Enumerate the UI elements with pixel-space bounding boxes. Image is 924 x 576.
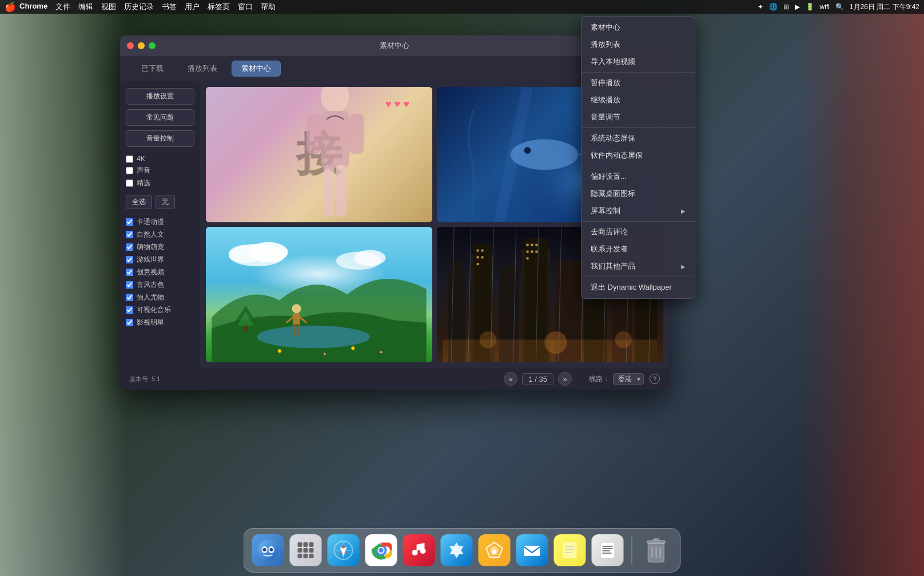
tab-downloaded[interactable]: 已下载 <box>132 61 173 77</box>
cat-game-cb[interactable] <box>126 256 133 263</box>
menubar-icon-play[interactable]: ▶ <box>795 3 800 11</box>
menubar-view[interactable]: 视图 <box>101 2 116 12</box>
dock-icon-finder[interactable] <box>252 534 284 566</box>
select-all-btn[interactable]: 全选 <box>126 195 152 209</box>
cat-creative[interactable]: 创意视频 <box>126 267 194 277</box>
tab-playlist[interactable]: 播放列表 <box>178 61 227 77</box>
cat-music-cb[interactable] <box>126 306 133 314</box>
window-maximize-btn[interactable] <box>149 42 156 49</box>
dock-icon-music[interactable] <box>403 534 435 566</box>
menu-item-software-screensaver[interactable]: 软件内动态屏保 <box>582 147 695 164</box>
select-none-btn[interactable]: 无 <box>156 195 175 209</box>
menu-item-contact-dev[interactable]: 联系开发者 <box>582 241 695 258</box>
tab-material-center[interactable]: 素材中心 <box>232 61 281 77</box>
apple-menu[interactable]: 🍎 <box>5 2 16 13</box>
filter-sound-checkbox[interactable] <box>126 167 133 174</box>
window-minimize-btn[interactable] <box>138 42 145 49</box>
menubar-edit[interactable]: 编辑 <box>78 2 93 12</box>
menu-item-pause[interactable]: 暂停播放 <box>582 74 695 91</box>
svg-rect-79 <box>304 542 308 547</box>
svg-point-98 <box>420 548 426 554</box>
cat-game[interactable]: 游戏世界 <box>126 255 194 265</box>
cat-nature-cb[interactable] <box>126 231 133 238</box>
route-select-wrapper: 香港 台湾 大陆 ▼ <box>613 373 644 385</box>
sidebar-faq[interactable]: 常见问题 <box>126 109 194 126</box>
menubar-icon-battery[interactable]: 🔋 <box>806 3 814 11</box>
menubar-icon-globe[interactable]: 🌐 <box>769 3 778 11</box>
menu-item-screen-control[interactable]: 屏幕控制 ▶ <box>582 202 695 219</box>
menu-item-store-review[interactable]: 去商店评论 <box>582 223 695 241</box>
menubar-history[interactable]: 历史记录 <box>124 2 154 12</box>
menubar-tabs[interactable]: 标签页 <box>208 2 230 12</box>
menu-item-resume[interactable]: 继续播放 <box>582 91 695 109</box>
chrome-icon <box>371 539 392 561</box>
prev-page-btn[interactable]: « <box>504 372 517 386</box>
filter-4k-checkbox[interactable] <box>126 155 133 163</box>
cat-ancient-cb[interactable] <box>126 281 133 289</box>
menu-item-import-video[interactable]: 导入本地视频 <box>582 53 695 70</box>
content-item-3[interactable] <box>206 227 432 362</box>
sidebar-volume-control[interactable]: 音量控制 <box>126 130 194 147</box>
dock-icon-launchpad[interactable] <box>290 534 322 566</box>
cat-celebrity-cb[interactable] <box>126 319 133 326</box>
filter-featured-checkbox[interactable] <box>126 179 133 187</box>
menubar-users[interactable]: 用户 <box>185 2 200 12</box>
menubar-window[interactable]: 窗口 <box>238 2 253 12</box>
svg-point-26 <box>324 353 326 355</box>
cat-celebrity[interactable]: 影视明星 <box>126 318 194 327</box>
help-button[interactable]: ? <box>650 374 660 384</box>
menu-item-preferences[interactable]: 偏好设置... <box>582 168 695 185</box>
sidebar-playback-settings[interactable]: 播放设置 <box>126 88 194 105</box>
menu-label-preferences: 偏好设置... <box>591 171 627 182</box>
menu-item-other-products[interactable]: 我们其他产品 ▶ <box>582 258 695 275</box>
filter-sound-row[interactable]: 声音 <box>126 166 194 175</box>
svg-rect-40 <box>477 250 479 252</box>
launchpad-icon <box>296 540 316 561</box>
dock-icon-sketch[interactable] <box>479 534 511 566</box>
dock-icon-chrome[interactable] <box>365 534 397 566</box>
svg-point-70 <box>480 331 497 349</box>
dock <box>244 528 681 573</box>
menubar-icon-star[interactable]: ✦ <box>758 3 763 11</box>
cat-cartoon[interactable]: 卡通动漫 <box>126 217 194 227</box>
next-page-btn[interactable]: » <box>558 372 572 386</box>
cat-cartoon-cb[interactable] <box>126 218 133 226</box>
dock-icon-appstore[interactable] <box>441 534 473 566</box>
cat-cute-cb[interactable] <box>126 243 133 251</box>
window-close-btn[interactable] <box>127 42 134 49</box>
cat-music[interactable]: 可视化音乐 <box>126 305 194 315</box>
menu-item-system-screensaver[interactable]: 系统动态屏保 <box>582 130 695 147</box>
menu-item-playlist[interactable]: 播放列表 <box>582 36 695 53</box>
menubar-bookmarks[interactable]: 书签 <box>162 2 177 12</box>
cat-people[interactable]: 怡人尤物 <box>126 293 194 302</box>
dock-icon-trash[interactable] <box>640 534 672 566</box>
svg-rect-85 <box>304 554 308 558</box>
filter-featured-row[interactable]: 精选 <box>126 178 194 188</box>
cat-cute[interactable]: 萌物萌宠 <box>126 242 194 252</box>
menubar-icon-wifi[interactable]: wifi <box>820 3 830 11</box>
menu-item-volume[interactable]: 音量调节 <box>582 109 695 126</box>
dock-icon-safari[interactable] <box>328 534 360 566</box>
menubar-help[interactable]: 帮助 <box>261 2 276 12</box>
menu-item-hide-desktop-icons[interactable]: 隐藏桌面图标 <box>582 185 695 202</box>
svg-rect-2 <box>306 114 321 154</box>
filter-sound-label: 声音 <box>137 166 150 175</box>
filter-4k-row[interactable]: 4K <box>126 155 194 163</box>
svg-rect-103 <box>563 542 577 558</box>
menu-item-quit[interactable]: 退出 Dynamic Wallpaper <box>582 279 695 296</box>
menubar-icon-search[interactable]: 🔍 <box>835 3 844 11</box>
menu-item-material-center[interactable]: 素材中心 <box>582 19 695 36</box>
menubar-icon-grid[interactable]: ⊞ <box>783 3 789 11</box>
cat-nature[interactable]: 自然人文 <box>126 230 194 239</box>
cat-ancient[interactable]: 古风古色 <box>126 280 194 290</box>
dock-icon-textedit[interactable] <box>592 534 624 566</box>
dock-icon-mail[interactable] <box>516 534 548 566</box>
dock-icon-notes[interactable] <box>554 534 586 566</box>
content-item-1[interactable]: 接 ♥ ♥ ♥ <box>206 87 432 222</box>
menubar-app-name[interactable]: Chrome <box>19 2 47 12</box>
cat-people-cb[interactable] <box>126 294 133 301</box>
cat-creative-cb[interactable] <box>126 269 133 276</box>
svg-rect-86 <box>309 554 314 558</box>
route-select[interactable]: 香港 台湾 大陆 <box>613 373 644 385</box>
menubar-file[interactable]: 文件 <box>55 2 70 12</box>
